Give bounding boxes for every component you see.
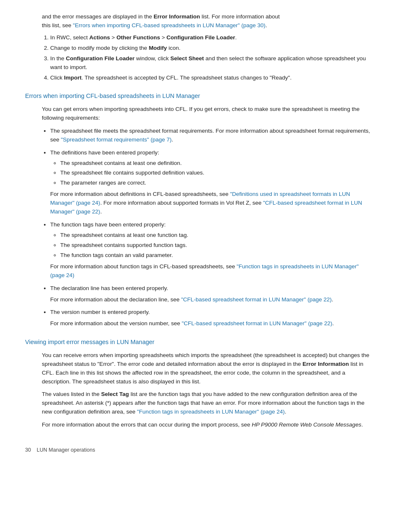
section2-para3: For more information about the errors th… bbox=[42, 421, 374, 429]
section2-para2: The values listed in the Select Tag list… bbox=[42, 390, 374, 416]
section1-intro: You can get errors when importing spread… bbox=[42, 105, 374, 123]
step-1: In RWC, select Actions > Other Functions… bbox=[50, 33, 374, 42]
section2-body: You can receive errors when importing sp… bbox=[42, 351, 374, 429]
bullet3-subs: The spreadsheet contains at least one fu… bbox=[60, 231, 374, 260]
section2-heading: Viewing import error messages in LUN Man… bbox=[25, 337, 374, 347]
bullet-2: The definitions have been entered proper… bbox=[50, 149, 374, 216]
footer-section: LUN Manager operations bbox=[37, 447, 95, 453]
bullet-4: The declaration line has been entered pr… bbox=[50, 284, 374, 304]
bullet-3: The function tags have been entered prop… bbox=[50, 221, 374, 280]
numbered-steps: In RWC, select Actions > Other Functions… bbox=[42, 33, 374, 82]
section1-heading: Errors when importing CFL-based spreadsh… bbox=[25, 91, 374, 100]
bullet5-note: For more information about the version n… bbox=[50, 319, 374, 328]
bullet-5: The version number is entered properly. … bbox=[50, 308, 374, 328]
step-4: Click Import. The spreadsheet is accepte… bbox=[50, 74, 374, 82]
section1-body: You can get errors when importing spread… bbox=[42, 105, 374, 328]
bullet2-note: For more information about definitions i… bbox=[50, 190, 374, 216]
sub-bullet-2-3: The parameter ranges are correct. bbox=[60, 179, 374, 188]
intro-paragraph: and the error messages are displayed in … bbox=[42, 13, 374, 30]
sub-bullet-2-1: The spreadsheet contains at least one de… bbox=[60, 159, 374, 168]
bullet5-link1[interactable]: "CFL-based spreadsheet format in LUN Man… bbox=[182, 320, 332, 326]
sub-bullet-3-2: The spreadsheet contains supported funct… bbox=[60, 241, 374, 250]
bullet1-link[interactable]: "Spreadsheet format requirements" (page … bbox=[61, 136, 172, 143]
intro-block: and the error messages are displayed in … bbox=[42, 13, 374, 30]
sub-bullet-2-2: The spreadsheet file contains supported … bbox=[60, 169, 374, 177]
step-2: Change to modify mode by clicking the Mo… bbox=[50, 44, 374, 53]
sub-bullet-3-1: The spreadsheet contains at least one fu… bbox=[60, 231, 374, 240]
sub-bullet-3-3: The function tags contain an valid param… bbox=[60, 251, 374, 260]
section1-bullets: The spreadsheet file meets the spreadshe… bbox=[50, 127, 374, 329]
bullet2-subs: The spreadsheet contains at least one de… bbox=[60, 159, 374, 188]
step-3: In the Configuration File Loader window,… bbox=[50, 54, 374, 72]
page-footer: 30 LUN Manager operations bbox=[25, 446, 374, 454]
bullet-1: The spreadsheet file meets the spreadshe… bbox=[50, 127, 374, 144]
section2-para2-link[interactable]: "Function tags in spreadsheets in LUN Ma… bbox=[137, 409, 284, 415]
bullet3-note: For more information about function tags… bbox=[50, 262, 374, 280]
intro-link[interactable]: "Errors when importing CFL-based spreads… bbox=[73, 22, 266, 28]
bullet3-link1[interactable]: "Function tags in spreadsheets in LUN Ma… bbox=[50, 263, 359, 278]
page-content: and the error messages are displayed in … bbox=[25, 13, 374, 455]
section2-para1: You can receive errors when importing sp… bbox=[42, 351, 374, 386]
bullet4-link1[interactable]: "CFL-based spreadsheet format in LUN Man… bbox=[181, 296, 332, 303]
page-number: 30 bbox=[25, 447, 31, 453]
bullet4-note: For more information about the declarati… bbox=[50, 296, 374, 304]
